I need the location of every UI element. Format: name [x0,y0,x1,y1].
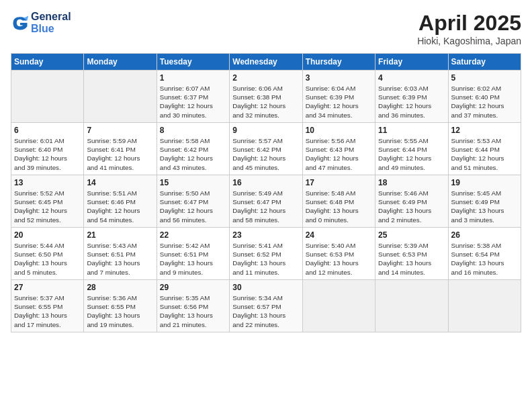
calendar-cell: 20Sunrise: 5:44 AM Sunset: 6:50 PM Dayli… [11,228,84,280]
day-info: Sunrise: 5:51 AM Sunset: 6:46 PM Dayligh… [87,189,153,224]
calendar-cell: 21Sunrise: 5:43 AM Sunset: 6:51 PM Dayli… [84,228,157,280]
day-number: 29 [160,283,226,292]
day-number: 16 [232,178,299,187]
weekday-header: Tuesday [157,54,229,71]
calendar-cell: 12Sunrise: 5:53 AM Sunset: 6:44 PM Dayli… [448,123,521,175]
weekday-header: Saturday [448,54,521,71]
day-info: Sunrise: 5:35 AM Sunset: 6:56 PM Dayligh… [160,293,226,329]
day-number: 19 [451,178,518,187]
day-number: 26 [451,230,518,240]
weekday-header: Monday [84,54,157,71]
calendar-cell: 14Sunrise: 5:51 AM Sunset: 6:46 PM Dayli… [84,175,157,228]
calendar-cell: 7Sunrise: 5:59 AM Sunset: 6:41 PM Daylig… [84,123,157,175]
calendar-cell: 10Sunrise: 5:56 AM Sunset: 6:43 PM Dayli… [302,123,375,175]
day-number: 13 [14,178,81,187]
day-info: Sunrise: 5:37 AM Sunset: 6:55 PM Dayligh… [14,293,81,329]
day-info: Sunrise: 5:46 AM Sunset: 6:49 PM Dayligh… [378,189,445,224]
calendar-cell [375,280,448,332]
calendar-week-row: 27Sunrise: 5:37 AM Sunset: 6:55 PM Dayli… [11,280,521,332]
day-number: 22 [160,230,226,240]
page-container: General Blue April 2025 Hioki, Kagoshima… [0,0,532,339]
calendar-cell: 2Sunrise: 6:06 AM Sunset: 6:38 PM Daylig… [230,71,302,123]
day-number: 9 [232,126,299,135]
day-info: Sunrise: 5:57 AM Sunset: 6:42 PM Dayligh… [232,136,299,172]
day-info: Sunrise: 5:53 AM Sunset: 6:44 PM Dayligh… [451,136,518,172]
day-number: 15 [160,178,226,187]
day-info: Sunrise: 5:50 AM Sunset: 6:47 PM Dayligh… [160,189,226,224]
weekday-header: Sunday [11,54,84,71]
calendar-cell: 27Sunrise: 5:37 AM Sunset: 6:55 PM Dayli… [11,280,84,332]
day-number: 28 [87,283,153,292]
calendar-cell: 26Sunrise: 5:38 AM Sunset: 6:54 PM Dayli… [448,228,521,280]
day-number: 24 [306,230,372,240]
calendar-cell: 3Sunrise: 6:04 AM Sunset: 6:39 PM Daylig… [302,71,375,123]
day-info: Sunrise: 6:01 AM Sunset: 6:40 PM Dayligh… [14,136,81,172]
day-info: Sunrise: 5:56 AM Sunset: 6:43 PM Dayligh… [306,136,372,172]
day-info: Sunrise: 5:55 AM Sunset: 6:44 PM Dayligh… [378,136,445,172]
day-info: Sunrise: 5:42 AM Sunset: 6:51 PM Dayligh… [160,241,226,277]
calendar-cell: 22Sunrise: 5:42 AM Sunset: 6:51 PM Dayli… [157,228,229,280]
day-number: 8 [160,126,226,135]
day-number: 30 [232,283,299,292]
day-info: Sunrise: 5:40 AM Sunset: 6:53 PM Dayligh… [306,241,372,277]
calendar-cell: 13Sunrise: 5:52 AM Sunset: 6:45 PM Dayli… [11,175,84,228]
weekday-header: Friday [375,54,448,71]
day-number: 5 [451,73,518,83]
calendar-cell: 17Sunrise: 5:48 AM Sunset: 6:48 PM Dayli… [302,175,375,228]
day-info: Sunrise: 6:04 AM Sunset: 6:39 PM Dayligh… [306,84,372,120]
calendar-cell [84,71,157,123]
day-info: Sunrise: 5:39 AM Sunset: 6:53 PM Dayligh… [378,241,445,277]
day-info: Sunrise: 5:44 AM Sunset: 6:50 PM Dayligh… [14,241,81,277]
day-number: 14 [87,178,153,187]
day-info: Sunrise: 6:03 AM Sunset: 6:39 PM Dayligh… [378,84,445,120]
calendar-cell: 9Sunrise: 5:57 AM Sunset: 6:42 PM Daylig… [230,123,302,175]
day-number: 18 [378,178,445,187]
day-info: Sunrise: 5:36 AM Sunset: 6:55 PM Dayligh… [87,293,153,329]
calendar-cell [448,280,521,332]
day-number: 10 [306,126,372,135]
calendar-week-row: 13Sunrise: 5:52 AM Sunset: 6:45 PM Dayli… [11,175,521,228]
day-number: 4 [378,73,445,83]
calendar-cell: 16Sunrise: 5:49 AM Sunset: 6:47 PM Dayli… [230,175,302,228]
calendar-cell [302,280,375,332]
location: Hioki, Kagoshima, Japan [417,36,521,46]
weekday-header-row: SundayMondayTuesdayWednesdayThursdayFrid… [11,54,521,71]
day-info: Sunrise: 5:38 AM Sunset: 6:54 PM Dayligh… [451,241,518,277]
day-info: Sunrise: 5:34 AM Sunset: 6:57 PM Dayligh… [232,293,299,329]
day-number: 21 [87,230,153,240]
day-number: 7 [87,126,153,135]
day-number: 11 [378,126,445,135]
calendar-table: SundayMondayTuesdayWednesdayThursdayFrid… [11,53,521,332]
day-info: Sunrise: 5:41 AM Sunset: 6:52 PM Dayligh… [232,241,299,277]
day-info: Sunrise: 5:45 AM Sunset: 6:49 PM Dayligh… [451,189,518,224]
calendar-cell: 4Sunrise: 6:03 AM Sunset: 6:39 PM Daylig… [375,71,448,123]
weekday-header: Wednesday [230,54,302,71]
day-number: 23 [232,230,299,240]
day-number: 2 [232,73,299,83]
calendar-week-row: 20Sunrise: 5:44 AM Sunset: 6:50 PM Dayli… [11,228,521,280]
day-number: 25 [378,230,445,240]
calendar-cell: 5Sunrise: 6:02 AM Sunset: 6:40 PM Daylig… [448,71,521,123]
calendar-week-row: 1Sunrise: 6:07 AM Sunset: 6:37 PM Daylig… [11,71,521,123]
day-number: 12 [451,126,518,135]
logo-icon [11,13,30,32]
logo-text: General Blue [31,11,71,34]
calendar-cell [11,71,84,123]
calendar-cell: 23Sunrise: 5:41 AM Sunset: 6:52 PM Dayli… [230,228,302,280]
day-number: 17 [306,178,372,187]
day-info: Sunrise: 6:07 AM Sunset: 6:37 PM Dayligh… [160,84,226,120]
day-number: 3 [306,73,372,83]
day-number: 1 [160,73,226,83]
calendar-cell: 18Sunrise: 5:46 AM Sunset: 6:49 PM Dayli… [375,175,448,228]
day-number: 6 [14,126,81,135]
day-info: Sunrise: 5:58 AM Sunset: 6:42 PM Dayligh… [160,136,226,172]
day-number: 20 [14,230,81,240]
day-info: Sunrise: 6:06 AM Sunset: 6:38 PM Dayligh… [232,84,299,120]
day-info: Sunrise: 5:59 AM Sunset: 6:41 PM Dayligh… [87,136,153,172]
logo: General Blue [11,11,71,34]
calendar-cell: 1Sunrise: 6:07 AM Sunset: 6:37 PM Daylig… [157,71,229,123]
weekday-header: Thursday [302,54,375,71]
page-header: General Blue April 2025 Hioki, Kagoshima… [11,11,521,46]
day-info: Sunrise: 5:48 AM Sunset: 6:48 PM Dayligh… [306,189,372,224]
month-title: April 2025 [417,11,521,36]
